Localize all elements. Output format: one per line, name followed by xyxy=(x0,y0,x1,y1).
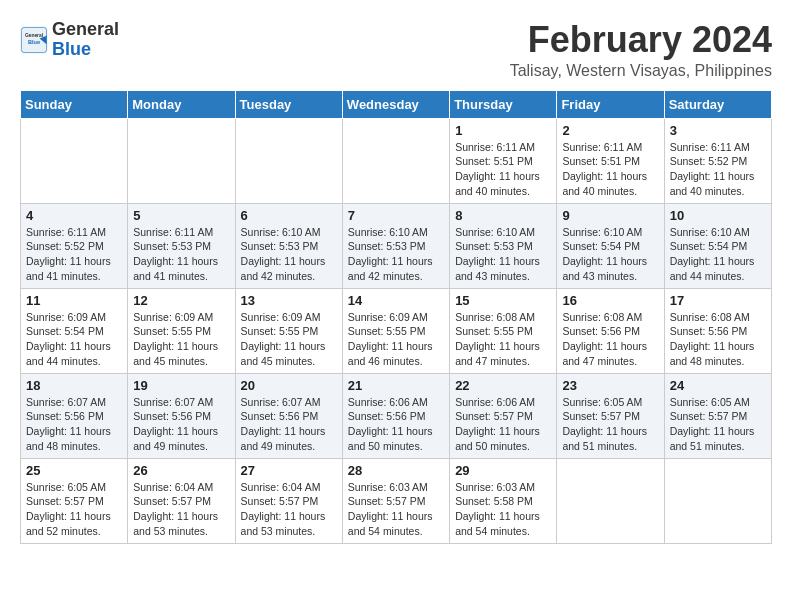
day-info: Sunrise: 6:10 AM Sunset: 5:53 PM Dayligh… xyxy=(348,225,444,284)
calendar-day-cell: 8Sunrise: 6:10 AM Sunset: 5:53 PM Daylig… xyxy=(450,203,557,288)
day-info: Sunrise: 6:06 AM Sunset: 5:56 PM Dayligh… xyxy=(348,395,444,454)
calendar-day-cell: 18Sunrise: 6:07 AM Sunset: 5:56 PM Dayli… xyxy=(21,373,128,458)
calendar-day-cell: 23Sunrise: 6:05 AM Sunset: 5:57 PM Dayli… xyxy=(557,373,664,458)
day-info: Sunrise: 6:11 AM Sunset: 5:51 PM Dayligh… xyxy=(455,140,551,199)
month-title: February 2024 xyxy=(510,20,772,60)
calendar-day-cell: 10Sunrise: 6:10 AM Sunset: 5:54 PM Dayli… xyxy=(664,203,771,288)
weekday-header-thursday: Thursday xyxy=(450,90,557,118)
day-info: Sunrise: 6:05 AM Sunset: 5:57 PM Dayligh… xyxy=(562,395,658,454)
calendar-day-cell: 6Sunrise: 6:10 AM Sunset: 5:53 PM Daylig… xyxy=(235,203,342,288)
page-header: General Blue General Blue February 2024 … xyxy=(20,20,772,80)
day-number: 15 xyxy=(455,293,551,308)
logo-text: General Blue xyxy=(52,20,119,60)
calendar-day-cell xyxy=(342,118,449,203)
day-number: 21 xyxy=(348,378,444,393)
calendar-day-cell: 19Sunrise: 6:07 AM Sunset: 5:56 PM Dayli… xyxy=(128,373,235,458)
day-info: Sunrise: 6:10 AM Sunset: 5:54 PM Dayligh… xyxy=(562,225,658,284)
calendar-day-cell: 25Sunrise: 6:05 AM Sunset: 5:57 PM Dayli… xyxy=(21,458,128,543)
weekday-header-sunday: Sunday xyxy=(21,90,128,118)
day-info: Sunrise: 6:11 AM Sunset: 5:52 PM Dayligh… xyxy=(26,225,122,284)
day-info: Sunrise: 6:03 AM Sunset: 5:57 PM Dayligh… xyxy=(348,480,444,539)
day-number: 16 xyxy=(562,293,658,308)
day-number: 1 xyxy=(455,123,551,138)
day-number: 12 xyxy=(133,293,229,308)
day-number: 6 xyxy=(241,208,337,223)
day-info: Sunrise: 6:09 AM Sunset: 5:55 PM Dayligh… xyxy=(241,310,337,369)
day-info: Sunrise: 6:11 AM Sunset: 5:53 PM Dayligh… xyxy=(133,225,229,284)
day-info: Sunrise: 6:09 AM Sunset: 5:55 PM Dayligh… xyxy=(348,310,444,369)
day-info: Sunrise: 6:10 AM Sunset: 5:53 PM Dayligh… xyxy=(455,225,551,284)
day-info: Sunrise: 6:07 AM Sunset: 5:56 PM Dayligh… xyxy=(241,395,337,454)
logo: General Blue General Blue xyxy=(20,20,119,60)
calendar-day-cell: 1Sunrise: 6:11 AM Sunset: 5:51 PM Daylig… xyxy=(450,118,557,203)
day-info: Sunrise: 6:11 AM Sunset: 5:51 PM Dayligh… xyxy=(562,140,658,199)
day-number: 11 xyxy=(26,293,122,308)
calendar-day-cell: 3Sunrise: 6:11 AM Sunset: 5:52 PM Daylig… xyxy=(664,118,771,203)
day-info: Sunrise: 6:03 AM Sunset: 5:58 PM Dayligh… xyxy=(455,480,551,539)
weekday-header-friday: Friday xyxy=(557,90,664,118)
calendar-week-row: 1Sunrise: 6:11 AM Sunset: 5:51 PM Daylig… xyxy=(21,118,772,203)
calendar-day-cell xyxy=(557,458,664,543)
calendar-day-cell: 24Sunrise: 6:05 AM Sunset: 5:57 PM Dayli… xyxy=(664,373,771,458)
calendar-week-row: 4Sunrise: 6:11 AM Sunset: 5:52 PM Daylig… xyxy=(21,203,772,288)
day-number: 18 xyxy=(26,378,122,393)
calendar-day-cell xyxy=(664,458,771,543)
weekday-header-tuesday: Tuesday xyxy=(235,90,342,118)
day-number: 7 xyxy=(348,208,444,223)
day-number: 4 xyxy=(26,208,122,223)
location-subtitle: Talisay, Western Visayas, Philippines xyxy=(510,62,772,80)
calendar-day-cell xyxy=(128,118,235,203)
calendar-day-cell: 17Sunrise: 6:08 AM Sunset: 5:56 PM Dayli… xyxy=(664,288,771,373)
day-info: Sunrise: 6:07 AM Sunset: 5:56 PM Dayligh… xyxy=(26,395,122,454)
day-number: 19 xyxy=(133,378,229,393)
calendar-day-cell: 5Sunrise: 6:11 AM Sunset: 5:53 PM Daylig… xyxy=(128,203,235,288)
day-number: 27 xyxy=(241,463,337,478)
calendar-day-cell: 13Sunrise: 6:09 AM Sunset: 5:55 PM Dayli… xyxy=(235,288,342,373)
calendar-week-row: 11Sunrise: 6:09 AM Sunset: 5:54 PM Dayli… xyxy=(21,288,772,373)
day-info: Sunrise: 6:05 AM Sunset: 5:57 PM Dayligh… xyxy=(670,395,766,454)
day-number: 9 xyxy=(562,208,658,223)
day-number: 24 xyxy=(670,378,766,393)
day-number: 29 xyxy=(455,463,551,478)
day-number: 13 xyxy=(241,293,337,308)
weekday-header-monday: Monday xyxy=(128,90,235,118)
day-number: 8 xyxy=(455,208,551,223)
day-number: 3 xyxy=(670,123,766,138)
day-info: Sunrise: 6:09 AM Sunset: 5:55 PM Dayligh… xyxy=(133,310,229,369)
calendar-day-cell: 21Sunrise: 6:06 AM Sunset: 5:56 PM Dayli… xyxy=(342,373,449,458)
calendar-day-cell: 20Sunrise: 6:07 AM Sunset: 5:56 PM Dayli… xyxy=(235,373,342,458)
day-info: Sunrise: 6:04 AM Sunset: 5:57 PM Dayligh… xyxy=(241,480,337,539)
day-info: Sunrise: 6:06 AM Sunset: 5:57 PM Dayligh… xyxy=(455,395,551,454)
day-number: 23 xyxy=(562,378,658,393)
calendar-day-cell: 27Sunrise: 6:04 AM Sunset: 5:57 PM Dayli… xyxy=(235,458,342,543)
day-info: Sunrise: 6:04 AM Sunset: 5:57 PM Dayligh… xyxy=(133,480,229,539)
calendar-day-cell: 26Sunrise: 6:04 AM Sunset: 5:57 PM Dayli… xyxy=(128,458,235,543)
calendar-day-cell: 16Sunrise: 6:08 AM Sunset: 5:56 PM Dayli… xyxy=(557,288,664,373)
calendar-day-cell: 2Sunrise: 6:11 AM Sunset: 5:51 PM Daylig… xyxy=(557,118,664,203)
day-number: 26 xyxy=(133,463,229,478)
day-info: Sunrise: 6:07 AM Sunset: 5:56 PM Dayligh… xyxy=(133,395,229,454)
calendar-day-cell: 9Sunrise: 6:10 AM Sunset: 5:54 PM Daylig… xyxy=(557,203,664,288)
day-number: 2 xyxy=(562,123,658,138)
calendar-day-cell: 7Sunrise: 6:10 AM Sunset: 5:53 PM Daylig… xyxy=(342,203,449,288)
weekday-header-wednesday: Wednesday xyxy=(342,90,449,118)
day-info: Sunrise: 6:10 AM Sunset: 5:53 PM Dayligh… xyxy=(241,225,337,284)
svg-text:Blue: Blue xyxy=(28,38,40,44)
day-number: 5 xyxy=(133,208,229,223)
calendar-day-cell: 4Sunrise: 6:11 AM Sunset: 5:52 PM Daylig… xyxy=(21,203,128,288)
calendar-day-cell: 12Sunrise: 6:09 AM Sunset: 5:55 PM Dayli… xyxy=(128,288,235,373)
calendar-table: SundayMondayTuesdayWednesdayThursdayFrid… xyxy=(20,90,772,544)
day-info: Sunrise: 6:08 AM Sunset: 5:56 PM Dayligh… xyxy=(670,310,766,369)
calendar-day-cell xyxy=(21,118,128,203)
weekday-header-saturday: Saturday xyxy=(664,90,771,118)
calendar-week-row: 25Sunrise: 6:05 AM Sunset: 5:57 PM Dayli… xyxy=(21,458,772,543)
day-info: Sunrise: 6:08 AM Sunset: 5:56 PM Dayligh… xyxy=(562,310,658,369)
calendar-day-cell: 15Sunrise: 6:08 AM Sunset: 5:55 PM Dayli… xyxy=(450,288,557,373)
day-number: 17 xyxy=(670,293,766,308)
calendar-day-cell: 28Sunrise: 6:03 AM Sunset: 5:57 PM Dayli… xyxy=(342,458,449,543)
day-number: 22 xyxy=(455,378,551,393)
day-number: 20 xyxy=(241,378,337,393)
day-info: Sunrise: 6:05 AM Sunset: 5:57 PM Dayligh… xyxy=(26,480,122,539)
weekday-header-row: SundayMondayTuesdayWednesdayThursdayFrid… xyxy=(21,90,772,118)
calendar-week-row: 18Sunrise: 6:07 AM Sunset: 5:56 PM Dayli… xyxy=(21,373,772,458)
